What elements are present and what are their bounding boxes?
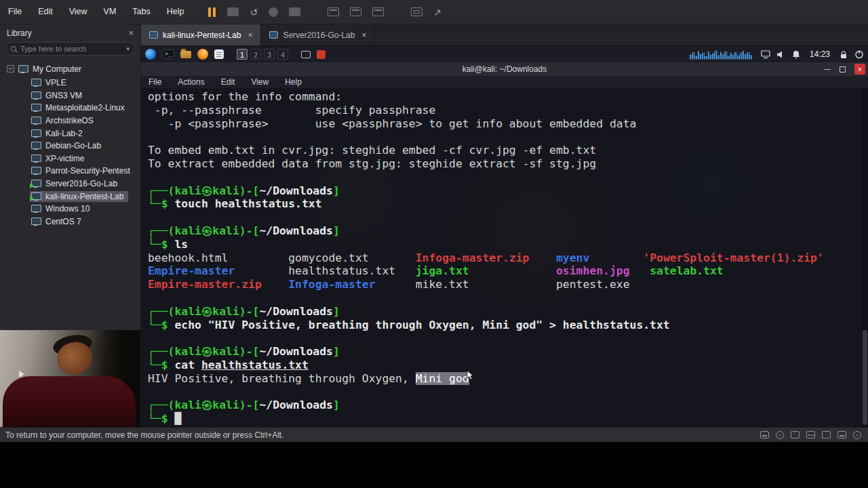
terminal-line: └─$ cat healthstatus.txt xyxy=(148,359,868,372)
workspace-1[interactable]: 1 xyxy=(237,49,248,60)
tab-kali-linux-pentest-lab[interactable]: kali-linux-Pentest-Lab× xyxy=(141,24,261,45)
sound-device-icon[interactable] xyxy=(837,431,846,439)
terminal-menu-file[interactable]: File xyxy=(149,77,161,87)
sidebar-item-label: VPLE xyxy=(45,78,66,87)
recorder-icon[interactable] xyxy=(317,50,326,59)
tab-server2016-go-lab[interactable]: Server2016-Go-Lab× xyxy=(261,24,375,45)
terminal-menu-view[interactable]: View xyxy=(251,77,269,87)
text-segment xyxy=(630,264,650,277)
sidebar-item-archstrikeos[interactable]: ArchstrikeOS xyxy=(0,115,140,127)
snapshot-clock-button[interactable] xyxy=(269,7,278,17)
sidebar-item-xp-victime[interactable]: XP-victime xyxy=(0,152,140,165)
sidebar-item-gns3-vm[interactable]: GNS3 VM xyxy=(0,89,140,102)
close-library-icon[interactable]: × xyxy=(128,28,134,38)
close-button[interactable]: × xyxy=(854,64,865,75)
sidebar-item-kali-linux-pentest-lab[interactable]: kali-linux-Pentest-Lab xyxy=(0,190,140,203)
cd-rom-icon[interactable] xyxy=(776,431,784,439)
menu-help[interactable]: Help xyxy=(159,0,193,24)
floppy-icon[interactable] xyxy=(791,431,800,439)
panel-clock[interactable]: 14:23 xyxy=(807,49,833,59)
collapse-icon[interactable]: − xyxy=(7,65,14,73)
terminal-line: ┌──(kali㉿kali)-[~/Downloads] xyxy=(148,399,868,412)
maximize-button[interactable] xyxy=(837,64,848,75)
minimize-button[interactable]: — xyxy=(822,64,833,75)
library-tree-items: VPLEGNS3 VMMetasploitable2-LinuxArchstri… xyxy=(0,77,140,228)
show-library-button[interactable] xyxy=(328,7,339,16)
vmware-menu-bar: FileEditViewVMTabsHelp ↺ ↗ xyxy=(0,0,868,24)
scrollbar-thumb[interactable] xyxy=(863,330,867,425)
terminal-title-bar[interactable]: kali@kali: ~/Downloads — × xyxy=(141,62,868,76)
text-segment: healthstatus.txt xyxy=(288,264,416,277)
sidebar-item-my-computer[interactable]: − My Computer xyxy=(0,62,140,75)
display-icon[interactable] xyxy=(761,50,770,59)
sidebar-item-kali-lab-2[interactable]: Kali-Lab-2 xyxy=(0,127,140,140)
terminal-line: HIV Positive, breathing through Oxygen, … xyxy=(148,372,868,386)
terminal-menu-help[interactable]: Help xyxy=(285,77,302,87)
workspace-2[interactable]: 2 xyxy=(250,49,261,60)
kali-menu-icon[interactable] xyxy=(145,49,156,60)
text-segment: └─$ xyxy=(148,197,174,210)
usb-device-icon[interactable] xyxy=(822,431,831,439)
terminal-line xyxy=(148,171,868,184)
menu-edit[interactable]: Edit xyxy=(30,0,61,24)
thumbnail-bar-button[interactable] xyxy=(372,7,384,16)
sidebar-item-server2016-go-lab[interactable]: Server2016-Go-Lab xyxy=(0,178,140,190)
pause-vm-button[interactable] xyxy=(208,7,216,17)
webcam-overlay xyxy=(0,330,140,427)
text-segment: cat xyxy=(174,359,201,371)
menu-tabs[interactable]: Tabs xyxy=(124,0,158,24)
sidebar-item-metasploitable2-linux[interactable]: Metasploitable2-Linux xyxy=(0,102,140,115)
unity-view-button[interactable]: ↗ xyxy=(433,7,441,17)
text-segment: touch healthstatus.txt xyxy=(174,197,321,210)
menu-file[interactable]: File xyxy=(0,0,30,24)
send-ctrl-alt-del-button[interactable] xyxy=(227,7,239,16)
terminal-body[interactable]: options for the info command: -p, --pass… xyxy=(141,88,868,427)
browser-icon[interactable] xyxy=(197,49,208,60)
terminal-scrollbar[interactable] xyxy=(862,88,868,427)
fullscreen-button[interactable] xyxy=(411,7,422,16)
terminal-line xyxy=(148,291,868,305)
text-editor-icon[interactable] xyxy=(214,49,224,59)
fullscreen-hint-bar: To return to your computer, move the mou… xyxy=(0,427,868,442)
volume-icon[interactable] xyxy=(776,50,785,59)
text-segment xyxy=(376,278,416,291)
sidebar-item-vple[interactable]: VPLE xyxy=(0,77,140,89)
vmware-toolbar: ↺ ↗ xyxy=(208,7,441,17)
snapshot-manager-button[interactable] xyxy=(289,7,300,16)
open-window-icon[interactable] xyxy=(301,51,311,58)
sidebar-item-debian-go-lab[interactable]: Debian-Go-Lab xyxy=(0,140,140,152)
menu-view[interactable]: View xyxy=(61,0,96,24)
sidebar-item-parrot-security-pentest[interactable]: Parrot-Security-Pentest xyxy=(0,165,140,178)
text-segment: ls xyxy=(174,238,188,251)
notifications-icon[interactable] xyxy=(791,50,801,59)
sidebar-item-label: Server2016-Go-Lab xyxy=(45,179,117,188)
lock-icon[interactable] xyxy=(839,50,848,59)
text-segment: satelab.txt xyxy=(650,264,724,277)
message-log-icon[interactable] xyxy=(853,431,861,439)
terminal-line xyxy=(148,130,868,144)
search-dropdown-icon[interactable]: ▾ xyxy=(126,45,130,52)
sidebar-item-label: Debian-Go-Lab xyxy=(45,141,101,150)
text-segment: HIV Positive, breathing through Oxygen, xyxy=(148,372,416,385)
text-segment: └─$ xyxy=(148,319,174,331)
terminal-launcher-icon[interactable]: >_ xyxy=(162,49,174,59)
revert-snapshot-button[interactable]: ↺ xyxy=(250,7,258,17)
terminal-menu-edit[interactable]: Edit xyxy=(221,77,235,87)
close-tab-icon[interactable]: × xyxy=(248,30,252,40)
menu-vm[interactable]: VM xyxy=(96,0,125,24)
terminal-menu-actions[interactable]: Actions xyxy=(178,77,204,87)
workspace-4[interactable]: 4 xyxy=(277,49,288,60)
power-icon[interactable] xyxy=(854,49,864,59)
sidebar-item-windows-10[interactable]: Windows 10 xyxy=(0,203,140,216)
text-segment: ┌──(kali㉿kali)-[ xyxy=(148,184,259,197)
unity-icon: ↗ xyxy=(433,7,441,18)
workspace-3[interactable]: 3 xyxy=(264,49,275,60)
hard-disk-icon[interactable] xyxy=(760,431,769,439)
close-tab-icon[interactable]: × xyxy=(361,30,366,40)
search-input[interactable] xyxy=(20,45,123,53)
sidebar-item-centos-7[interactable]: CentOS 7 xyxy=(0,216,140,228)
file-manager-icon[interactable] xyxy=(180,51,191,58)
console-view-button[interactable] xyxy=(350,7,361,16)
network-adapter-icon[interactable] xyxy=(806,431,815,439)
library-search[interactable]: ▾ xyxy=(5,42,135,56)
